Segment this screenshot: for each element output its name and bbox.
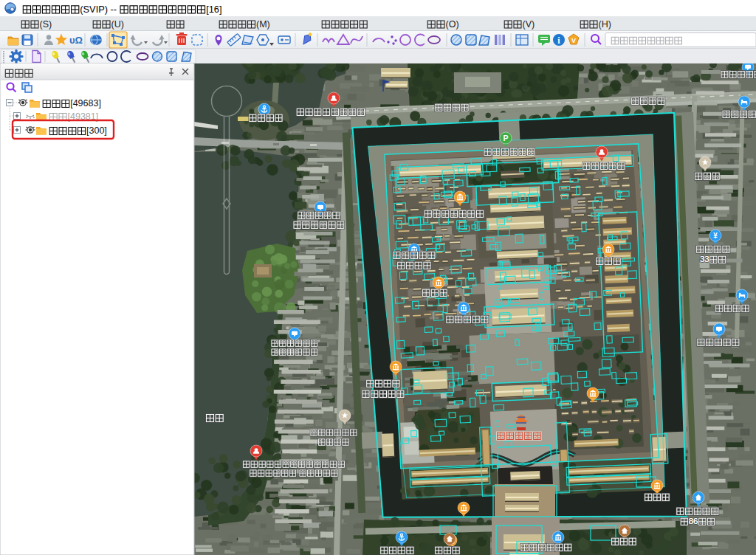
svg-text:[16]: [16] bbox=[206, 4, 221, 15]
svg-text:(U): (U) bbox=[111, 19, 124, 30]
svg-text:V: V bbox=[571, 37, 576, 44]
svg-text:(M): (M) bbox=[256, 19, 270, 30]
svg-text:33: 33 bbox=[700, 255, 709, 263]
svg-text:(SVIP) --: (SVIP) -- bbox=[80, 4, 117, 15]
svg-text:[300]: [300] bbox=[86, 125, 107, 136]
svg-text:(S): (S) bbox=[40, 19, 52, 30]
svg-text:[49683]: [49683] bbox=[70, 98, 101, 108]
svg-text:(H): (H) bbox=[599, 19, 611, 30]
svg-text:(O): (O) bbox=[446, 19, 459, 30]
svg-text:υΩ: υΩ bbox=[69, 35, 83, 46]
svg-text:P: P bbox=[503, 134, 508, 142]
svg-text:86: 86 bbox=[689, 517, 698, 525]
svg-text:¥: ¥ bbox=[713, 232, 718, 240]
svg-text:(V): (V) bbox=[523, 19, 535, 30]
